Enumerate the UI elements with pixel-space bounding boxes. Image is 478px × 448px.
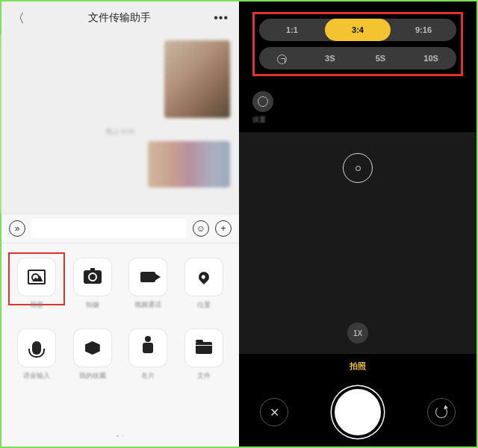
attachment-label: 文件 bbox=[197, 371, 211, 381]
message-image[interactable] bbox=[164, 40, 230, 118]
settings-button[interactable] bbox=[252, 91, 273, 112]
message-input[interactable] bbox=[31, 219, 187, 238]
plus-icon[interactable]: + bbox=[215, 220, 232, 237]
camera-top-controls: 1:1 3:4 9:16 3S 5S 10S bbox=[239, 1, 477, 84]
timer-10s[interactable]: 10S bbox=[406, 47, 456, 69]
camera-mode-label[interactable]: 拍照 bbox=[350, 361, 366, 372]
chat-header: 〈 文件传输助手 ••• bbox=[1, 1, 239, 34]
highlight-box: 1:1 3:4 9:16 3S 5S 10S bbox=[252, 12, 463, 76]
photo-icon bbox=[28, 270, 46, 284]
attachment-label: 相册 bbox=[30, 300, 43, 310]
attachment-label: 位置 bbox=[197, 300, 211, 310]
aspect-9-16[interactable]: 9:16 bbox=[391, 19, 456, 41]
attachment-item-fav[interactable]: 我的收藏 bbox=[69, 329, 117, 381]
flip-camera-icon bbox=[435, 406, 447, 418]
attachment-label: 语音输入 bbox=[23, 371, 50, 381]
attachment-item-location[interactable]: 位置 bbox=[180, 258, 228, 310]
attachment-item-file[interactable]: 文件 bbox=[180, 329, 228, 381]
back-icon[interactable]: 〈 bbox=[12, 10, 25, 27]
emoji-icon[interactable]: ☺ bbox=[193, 220, 209, 237]
chat-title: 文件传输助手 bbox=[88, 11, 151, 25]
attachment-item-voice[interactable]: 语音输入 bbox=[13, 329, 60, 381]
chat-input-bar: » ☺ + bbox=[1, 214, 239, 243]
box-icon bbox=[85, 341, 100, 355]
attachment-label: 名片 bbox=[141, 371, 155, 381]
timer-5s[interactable]: 5S bbox=[356, 47, 406, 69]
zoom-level[interactable]: 1X bbox=[347, 323, 368, 343]
attachment-item-video[interactable]: 视频通话 bbox=[124, 258, 172, 310]
chat-body: 晚上 8:00 bbox=[1, 34, 239, 214]
message-image[interactable] bbox=[148, 141, 230, 187]
timer-icon-cell[interactable] bbox=[259, 47, 305, 69]
flip-camera-button[interactable] bbox=[427, 398, 456, 426]
chat-screen: 〈 文件传输助手 ••• 晚上 8:00 » ☺ + 相册 拍摄 bbox=[1, 1, 239, 447]
aspect-3-4[interactable]: 3:4 bbox=[325, 19, 391, 41]
timer-selector: 3S 5S 10S bbox=[259, 47, 456, 69]
close-icon: ✕ bbox=[270, 405, 279, 420]
attachment-label: 拍摄 bbox=[86, 300, 99, 310]
shutter-row: ✕ bbox=[239, 378, 477, 447]
settings-label: 设置 bbox=[252, 115, 266, 125]
close-button[interactable]: ✕ bbox=[260, 398, 288, 426]
shutter-button[interactable] bbox=[335, 389, 381, 435]
camera-viewfinder[interactable]: 1X bbox=[239, 132, 477, 354]
clock-icon bbox=[277, 55, 287, 64]
aspect-ratio-selector: 1:1 3:4 9:16 bbox=[259, 19, 456, 41]
gear-icon bbox=[258, 96, 268, 107]
attachment-item-contact[interactable]: 名片 bbox=[124, 329, 172, 381]
more-icon[interactable]: ••• bbox=[214, 11, 229, 25]
voice-toggle-icon[interactable]: » bbox=[9, 220, 25, 237]
camera-icon bbox=[84, 270, 102, 284]
attachment-label: 视频通话 bbox=[134, 300, 161, 310]
chat-timestamp: 晚上 8:00 bbox=[106, 127, 134, 137]
camera-screen: 1:1 3:4 9:16 3S 5S 10S 设置 1X 拍照 bbox=[239, 1, 477, 447]
settings-row: 设置 bbox=[239, 84, 477, 132]
folder-icon bbox=[196, 342, 212, 354]
video-icon bbox=[140, 272, 155, 282]
timer-3s[interactable]: 3S bbox=[305, 47, 356, 69]
page-indicator: • · bbox=[1, 432, 239, 439]
attachment-item-camera[interactable]: 拍摄 bbox=[69, 258, 117, 310]
aspect-1-1[interactable]: 1:1 bbox=[259, 19, 325, 41]
location-icon bbox=[196, 270, 211, 284]
attachment-panel: 相册 拍摄 视频通话 位置 语音输入 我的收藏 bbox=[1, 243, 239, 447]
camera-mode-row: 拍照 bbox=[239, 354, 477, 378]
mic-icon bbox=[32, 341, 41, 355]
person-icon bbox=[143, 343, 153, 353]
focus-ring-icon bbox=[343, 153, 373, 183]
attachment-label: 我的收藏 bbox=[79, 371, 106, 381]
attachment-item-photo[interactable]: 相册 bbox=[13, 258, 60, 310]
